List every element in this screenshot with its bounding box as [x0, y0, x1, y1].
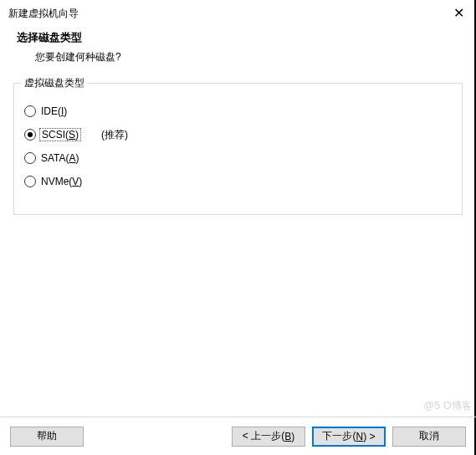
help-button[interactable]: 帮助: [10, 427, 84, 447]
radio-icon: [24, 105, 36, 117]
groupbox-legend: 虚拟磁盘类型: [21, 76, 88, 90]
titlebar: 新建虚拟机向导 ✕: [0, 0, 476, 25]
radio-icon: [24, 152, 36, 164]
next-button[interactable]: 下一步(N) >: [312, 427, 386, 447]
back-button[interactable]: < 上一步(B): [232, 427, 305, 447]
radio-option-ide[interactable]: IDE(I): [24, 104, 452, 119]
radio-label-sata: SATA(A): [41, 152, 79, 164]
page-subtitle: 您要创建何种磁盘?: [17, 50, 468, 64]
button-bar: 帮助 < 上一步(B) 下一步(N) > 取消: [0, 417, 476, 455]
radio-option-scsi[interactable]: SCSI(S) (推荐): [24, 127, 452, 142]
radio-icon: [24, 129, 36, 141]
recommend-label: (推荐): [101, 128, 128, 142]
radio-label-ide: IDE(I): [41, 105, 67, 117]
disk-type-groupbox: 虚拟磁盘类型 IDE(I) SCSI(S) (推荐) SATA(A) NVMe(…: [13, 83, 463, 215]
page-title: 选择磁盘类型: [17, 30, 468, 45]
window-title: 新建虚拟机向导: [8, 7, 79, 21]
radio-label-nvme: NVMe(V): [41, 176, 82, 187]
radio-icon: [24, 176, 36, 187]
cancel-button[interactable]: 取消: [392, 427, 466, 447]
close-icon[interactable]: ✕: [450, 7, 468, 20]
radio-label-scsi: SCSI(S): [39, 128, 81, 141]
radio-option-sata[interactable]: SATA(A): [24, 151, 452, 166]
content-area: 虚拟磁盘类型 IDE(I) SCSI(S) (推荐) SATA(A) NVMe(…: [0, 79, 476, 215]
radio-option-nvme[interactable]: NVMe(V): [24, 174, 452, 189]
watermark-text: @5 O博客: [423, 399, 473, 413]
wizard-header: 选择磁盘类型 您要创建何种磁盘?: [0, 25, 476, 79]
